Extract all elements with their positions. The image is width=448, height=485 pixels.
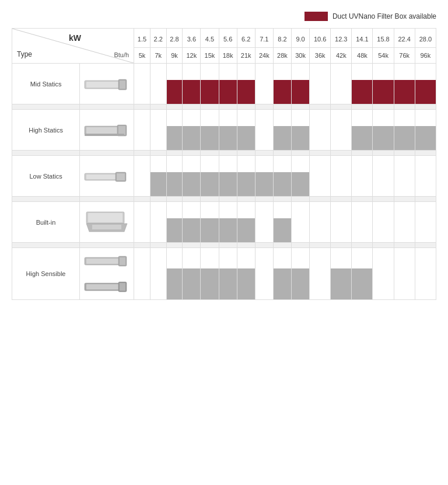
kw-2.2: 2.2: [150, 29, 166, 48]
product-image-0: [80, 64, 134, 104]
bar-1-0: [134, 110, 150, 151]
bar-4-1: [150, 248, 166, 300]
bar-2-1: [150, 156, 166, 197]
bar-2-6: [237, 156, 255, 197]
product-label-0: Mid Statics: [12, 64, 80, 104]
btu-9k: 9k: [166, 48, 183, 64]
bar-0-2: [166, 64, 183, 104]
btu-header-label: Btu/h: [114, 51, 129, 58]
bar-0-7: [255, 64, 273, 104]
bar-1-3: [183, 110, 201, 151]
bar-2-9: [291, 156, 309, 197]
bar-3-0: [134, 202, 150, 243]
bar-3-14: [394, 202, 415, 243]
svg-rect-11: [86, 175, 118, 179]
bar-0-15: [415, 64, 436, 104]
product-image-4: [80, 248, 134, 300]
bar-3-10: [310, 202, 331, 243]
kw-12.3: 12.3: [331, 29, 352, 48]
kw-1.5: 1.5: [134, 29, 150, 48]
section-divider: [12, 197, 436, 202]
bar-4-6: [237, 248, 255, 300]
btu-76k: 76k: [394, 48, 415, 64]
bar-0-6: [237, 64, 255, 104]
bar-2-4: [201, 156, 219, 197]
kw-28.0: 28.0: [415, 29, 436, 48]
btu-96k: 96k: [415, 48, 436, 64]
bar-2-8: [273, 156, 291, 197]
kw-6.2: 6.2: [237, 29, 255, 48]
bar-3-12: [352, 202, 373, 243]
legend: Duct UVNano Filter Box available: [12, 12, 436, 21]
bar-2-5: [219, 156, 237, 197]
btu-30k: 30k: [291, 48, 309, 64]
bar-1-11: [331, 110, 352, 151]
bar-1-4: [201, 110, 219, 151]
bar-4-10: [310, 248, 331, 300]
product-image-2: [80, 156, 134, 197]
bar-1-12: [352, 110, 373, 151]
kw-22.4: 22.4: [394, 29, 415, 48]
section-divider: [12, 151, 436, 156]
bar-0-3: [183, 64, 201, 104]
bar-0-13: [373, 64, 394, 104]
kw-15.8: 15.8: [373, 29, 394, 48]
bar-3-2: [166, 202, 183, 243]
btu-36k: 36k: [310, 48, 331, 64]
bar-1-15: [415, 110, 436, 151]
bar-4-7: [255, 248, 273, 300]
product-label-4: High Sensible: [12, 248, 80, 300]
bar-0-9: [291, 64, 309, 104]
bar-3-3: [183, 202, 201, 243]
bar-3-6: [237, 202, 255, 243]
product-label-2: Low Statics: [12, 156, 80, 197]
bar-1-8: [273, 110, 291, 151]
bar-2-3: [183, 156, 201, 197]
bar-4-2: [166, 248, 183, 300]
bar-4-4: [201, 248, 219, 300]
bar-4-13: [373, 248, 394, 300]
bar-0-14: [394, 64, 415, 104]
bar-4-5: [219, 248, 237, 300]
bar-4-12: [352, 248, 373, 300]
bar-1-6: [237, 110, 255, 151]
svg-rect-25: [120, 283, 125, 291]
btu-18k: 18k: [219, 48, 237, 64]
kw-2.8: 2.8: [166, 29, 183, 48]
legend-color-box: [304, 12, 328, 21]
btu-54k: 54k: [373, 48, 394, 64]
bar-3-5: [219, 202, 237, 243]
kw-5.6: 5.6: [219, 29, 237, 48]
product-label-1: High Statics: [12, 110, 80, 151]
bar-3-1: [150, 202, 166, 243]
bar-1-1: [150, 110, 166, 151]
bar-4-11: [331, 248, 352, 300]
bar-2-13: [373, 156, 394, 197]
legend-label: Duct UVNano Filter Box available: [332, 12, 436, 20]
btu-28k: 28k: [273, 48, 291, 64]
kw-9.0: 9.0: [291, 29, 309, 48]
bar-3-13: [373, 202, 394, 243]
svg-rect-21: [120, 257, 125, 265]
bar-3-11: [331, 202, 352, 243]
bar-1-7: [255, 110, 273, 151]
svg-rect-15: [88, 213, 123, 222]
kw-4.5: 4.5: [201, 29, 219, 48]
btu-42k: 42k: [331, 48, 352, 64]
svg-rect-4: [120, 81, 125, 89]
bar-2-15: [415, 156, 436, 197]
section-divider: [12, 104, 436, 110]
svg-rect-9: [85, 134, 124, 136]
btu-48k: 48k: [352, 48, 373, 64]
bar-2-11: [331, 156, 352, 197]
bar-4-14: [394, 248, 415, 300]
bar-4-3: [183, 248, 201, 300]
bar-4-0: [134, 248, 150, 300]
product-row-mid-statics: Mid Statics: [12, 64, 436, 104]
product-row-built-in: Built-in: [12, 202, 436, 243]
bar-1-13: [373, 110, 394, 151]
bar-3-7: [255, 202, 273, 243]
btu-21k: 21k: [237, 48, 255, 64]
bar-4-15: [415, 248, 436, 300]
bar-3-9: [291, 202, 309, 243]
